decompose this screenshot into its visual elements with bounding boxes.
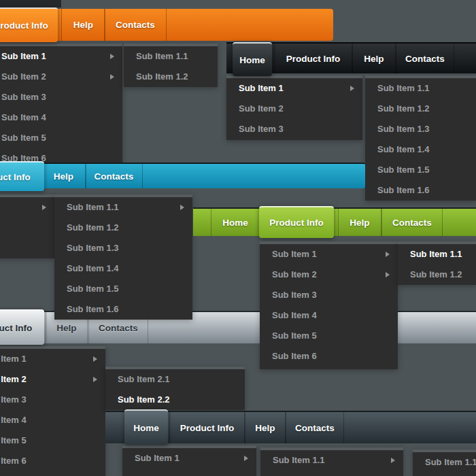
menubar-item-contacts[interactable]: Contacts xyxy=(286,412,344,443)
menu-item-label: Sub Item 1.6 xyxy=(67,304,119,314)
menu-item-label: Sub Item 1.6 xyxy=(377,185,430,195)
menu-item[interactable]: Sub Item 1.3 xyxy=(365,119,476,139)
menu-item[interactable]: Sub Item 1 xyxy=(260,244,398,265)
menu-item-label: Sub Item 5 xyxy=(0,435,27,445)
menu-item[interactable]: Sub Item 1.1 xyxy=(54,197,192,218)
menubar-item-product-info[interactable]: Product Info xyxy=(169,412,245,443)
menu-item-label: Sub Item 3 xyxy=(272,290,317,300)
menu-item-label: Sub Item 1.1 xyxy=(377,83,430,93)
submenu-panel-level3: Sub Item 1.1.1 xyxy=(413,449,476,476)
menu-item-label: Sub Item 1.5 xyxy=(67,284,119,294)
menu-item-label: Sub Item 1 xyxy=(272,249,317,259)
menu-item-label: Sub Item 1.4 xyxy=(67,263,119,273)
submenu-panel: Sub Item 2.1 Sub Item 2.2 xyxy=(105,367,245,410)
menu-item[interactable]: Sub Item 1.6 xyxy=(365,180,476,201)
menu-item-label: Sub Item 3 xyxy=(239,124,284,134)
submenu-arrow-icon xyxy=(110,54,114,59)
menubar-item-help[interactable]: Help xyxy=(41,164,86,188)
menubar-item-home-active[interactable]: Home xyxy=(124,409,168,445)
menu-item[interactable]: Sub Item 1.2 xyxy=(365,99,476,119)
menubar-item-label: Help xyxy=(364,54,384,64)
menubar-item-label: Contacts xyxy=(116,20,155,30)
submenu-arrow-icon xyxy=(110,74,114,80)
menu-item-label: Sub Item 1.1 xyxy=(410,249,462,259)
menu-item[interactable]: Sub Item 4 xyxy=(0,107,122,128)
menu-item[interactable]: Sub Item 1.4 xyxy=(365,139,476,160)
menu-item[interactable]: Sub Item 1.1 xyxy=(260,450,403,471)
menu-item[interactable]: Sub Item 4 xyxy=(0,410,105,430)
menu-item[interactable]: Sub Item 1.4 xyxy=(54,258,192,279)
menubar-green: Home Help Contacts xyxy=(193,207,476,236)
submenu-arrow-icon xyxy=(93,377,97,382)
menu-item[interactable]: Sub Item 1 xyxy=(0,349,105,369)
menubar-item-label: Home xyxy=(133,423,159,433)
menu-item[interactable]: Sub Item 5 xyxy=(0,430,105,451)
submenu-panel: Sub Item 1.1 Sub Item 1.2 Sub Item 1.3 S… xyxy=(365,75,476,201)
menu-item[interactable]: Sub Item 2.1 xyxy=(105,369,245,390)
menu-item[interactable] xyxy=(0,238,54,258)
menu-item-label: Sub Item 2 xyxy=(239,103,284,114)
menubar-item-contacts[interactable]: Contacts xyxy=(104,9,167,41)
menu-item[interactable]: Sub Item 2 xyxy=(260,265,398,285)
menubar-item-product-info-active[interactable]: Product Info xyxy=(259,206,334,238)
menubar-item-help[interactable]: Help xyxy=(352,44,396,73)
menu-item[interactable]: Sub Item 3 xyxy=(260,285,398,305)
offscreen-menu-fragment xyxy=(0,0,61,7)
menu-item[interactable]: Sub Item 1.2 xyxy=(398,265,476,285)
menu-item[interactable]: Sub Item 3 xyxy=(226,119,362,139)
menu-item[interactable]: Sub Item 1 xyxy=(122,448,256,469)
menu-item[interactable]: Sub Item 1 xyxy=(226,78,362,99)
menu-item[interactable]: Sub Item 1.2 xyxy=(124,67,218,87)
menu-item[interactable]: Sub Item 1 xyxy=(0,46,122,67)
menu-item[interactable]: Sub Item 5 xyxy=(0,128,122,148)
menu-item-label: Sub Item 6 xyxy=(0,456,27,466)
dropdown-panel: Sub Item 1 Sub Item 2 Sub Item 3 xyxy=(226,75,362,140)
menubar-item-home[interactable]: Home xyxy=(211,209,260,236)
menu-item[interactable]: Sub Item 2 xyxy=(226,99,362,119)
menubar-item-contacts[interactable]: Contacts xyxy=(396,44,454,73)
menu-item-label: Sub Item 1 xyxy=(0,354,27,364)
menubar-item-product-info[interactable]: Product Info xyxy=(274,44,352,73)
menu-item[interactable]: Sub Item 1.3 xyxy=(54,238,192,258)
menu-item[interactable]: Sub Item 1.6 xyxy=(54,299,192,320)
menubar-item-product-info-active[interactable]: Product Info xyxy=(0,309,44,345)
menu-item[interactable]: Sub Item 3 xyxy=(0,87,122,107)
menubar-item-product-info-active[interactable]: Product Info xyxy=(0,7,58,42)
menu-item[interactable]: Sub Item 1.5 xyxy=(365,160,476,180)
menu-item[interactable] xyxy=(0,218,54,238)
menu-item[interactable]: Sub Item 2.2 xyxy=(105,390,245,410)
menubar-item-help[interactable]: Help xyxy=(61,9,105,41)
menu-item[interactable]: Sub Item 2 xyxy=(0,67,122,87)
menu-item[interactable]: Sub Item 1.1 xyxy=(398,244,476,265)
dropdown-panel: Sub Item 1 Sub Item 2 Sub Item 3 Sub Ite… xyxy=(260,241,398,369)
menu-item[interactable]: Sub Item 1.1 xyxy=(124,46,218,67)
submenu-arrow-icon xyxy=(42,205,46,210)
menubar-item-contacts[interactable]: Contacts xyxy=(381,209,443,236)
submenu-arrow-icon xyxy=(244,456,248,461)
menubar-item-home-active[interactable]: Home xyxy=(233,42,272,76)
menubar-item-label: Product Info xyxy=(180,423,235,433)
submenu-arrow-icon xyxy=(93,356,97,362)
menubar-item-contacts[interactable]: Contacts xyxy=(85,164,143,188)
menu-item-label: Sub Item 1.2 xyxy=(67,222,119,233)
menu-item[interactable]: Sub Item 3 xyxy=(0,390,105,410)
menu-item-label: Sub Item 2 xyxy=(1,71,46,82)
menu-item[interactable]: Sub Item 1.5 xyxy=(54,279,192,299)
menu-item[interactable] xyxy=(0,197,54,218)
submenu-panel: Sub Item 1.1 Sub Item 1.2 xyxy=(398,241,476,285)
menu-item[interactable]: Sub Item 1.1.1 xyxy=(413,452,476,473)
menubar-item-label: Home xyxy=(222,218,248,228)
menubar-item-product-info-active[interactable]: Product Info xyxy=(0,161,44,191)
menu-item[interactable]: Sub Item 5 xyxy=(260,326,398,346)
menubar-item-help[interactable]: Help xyxy=(338,209,381,236)
menubar-blue: Help Contacts xyxy=(0,163,365,188)
menu-item[interactable]: Sub Item 6 xyxy=(0,451,105,471)
menubar-item-help[interactable]: Help xyxy=(245,412,286,443)
menu-item[interactable]: Sub Item 4 xyxy=(260,305,398,326)
menu-item[interactable]: Sub Item 2 xyxy=(0,369,105,390)
menu-item-label: Sub Item 1.2 xyxy=(136,71,188,82)
menu-item-label: Sub Item 5 xyxy=(1,133,46,143)
menu-item[interactable]: Sub Item 6 xyxy=(260,346,398,367)
menu-item[interactable]: Sub Item 1.1 xyxy=(365,78,476,99)
menu-item[interactable]: Sub Item 1.2 xyxy=(54,218,192,238)
